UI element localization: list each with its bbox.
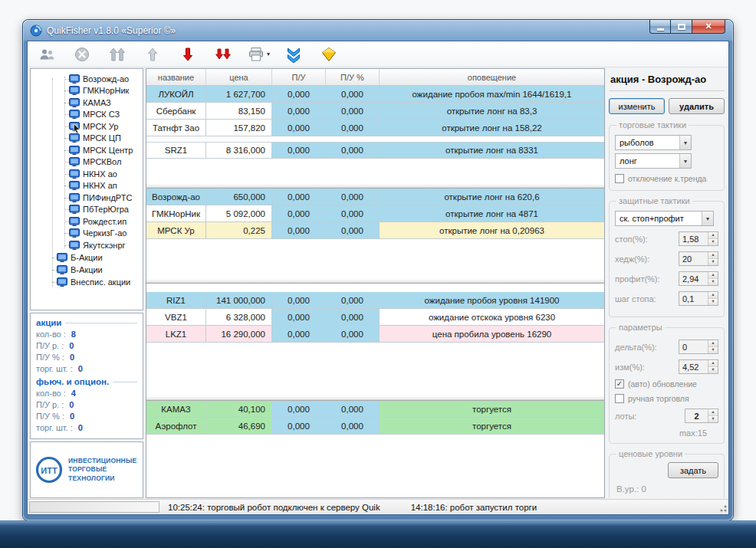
spinner-buttons[interactable]: ▲▼ [708, 340, 718, 353]
spin-up-icon[interactable]: ▲ [708, 360, 718, 366]
auto-update-checkbox[interactable]: ✓ (авто) обновление [615, 379, 718, 389]
chevron-down-icon[interactable]: ▾ [679, 154, 691, 168]
spin-up-icon[interactable]: ▲ [708, 232, 718, 238]
titlebar[interactable]: QuikFisher v1.8.0 «Superior ©» ✕ [23, 20, 733, 41]
tree-item[interactable]: Якутскэнрг [31, 239, 143, 251]
stocks-stats-rows: кол-во :8П/У р. :0П/У % :0торг. шт. :0 [36, 330, 137, 373]
chevron-down-icon[interactable]: ▾ [679, 136, 691, 149]
trend-disable-checkbox[interactable]: отключение к.тренда [615, 174, 718, 183]
logo-abbr: ИТТ [41, 466, 58, 475]
spinner-buttons[interactable]: ▲▼ [708, 409, 718, 422]
table-row[interactable]: Татнфт 3ао157,8200,0000,000открытие лонг… [146, 120, 604, 136]
tree-item[interactable]: Рождест.ип [31, 215, 143, 228]
double-down-arrow-button[interactable] [209, 44, 237, 65]
table-row[interactable]: МРСК Ур0,2250,0000,000открытие лонг на 0… [146, 222, 604, 239]
spin-down-icon[interactable]: ▼ [708, 366, 718, 373]
spinner-input[interactable]: 2▲▼ [685, 409, 718, 423]
company-logo: ИТТ ИНВЕСТИЦИОННЫЕ ТОРГОВЫЕ ТЕХНОЛОГИИ [30, 441, 143, 498]
table-row[interactable]: Аэрофлот46,6900,0000,000торгуется [146, 418, 604, 435]
cell-alert: ожидание пробоя уровня 141900 [380, 292, 604, 309]
tree-item[interactable]: МРСК Центр [31, 144, 143, 156]
tree-item[interactable]: НКНХ ап [31, 180, 143, 192]
tactic-combobox[interactable]: рыболов ▾ [615, 135, 692, 150]
spinner-buttons[interactable]: ▲▼ [708, 360, 718, 373]
chevron-down-icon[interactable]: ▾ [267, 51, 270, 57]
spinner-input[interactable]: 1,58▲▼ [679, 231, 718, 246]
spin-up-icon[interactable]: ▲ [708, 340, 718, 346]
spinner-buttons[interactable]: ▲▼ [708, 232, 718, 245]
manual-trade-checkbox[interactable]: ручная торговля [615, 394, 718, 403]
double-up-arrow-button[interactable] [104, 44, 131, 65]
spinner-input[interactable]: 4,52▲▼ [679, 359, 718, 374]
tree-item-label: Рождест.ип [83, 217, 127, 226]
spinner-buttons[interactable]: ▲▼ [708, 292, 718, 305]
spin-down-icon[interactable]: ▼ [708, 415, 718, 422]
column-header[interactable]: П/У [272, 69, 326, 85]
table-row[interactable]: Возрожд-ао650,0000,0000,000открытие лонг… [146, 189, 604, 205]
table-row[interactable]: ГМКНорНик5 092,0000,0000,000открытие лон… [146, 205, 604, 222]
spin-up-icon[interactable]: ▲ [708, 409, 718, 415]
column-header[interactable]: цена [206, 69, 272, 85]
tree-item[interactable]: НКНХ ао [31, 168, 143, 180]
taskbar[interactable] [0, 520, 756, 548]
table-row[interactable]: SRZ18 316,0000,0000,000открытие лонг на … [146, 142, 604, 159]
spinner-value: 20 [679, 252, 708, 265]
protective-mode-combobox[interactable]: ск. стоп+профит ▾ [615, 211, 714, 226]
tree-item[interactable]: МРСК Ур [31, 120, 143, 133]
tree-item[interactable]: Возрожд-ао [31, 73, 143, 85]
print-button[interactable]: ▾ [245, 44, 272, 65]
spinner-buttons[interactable]: ▲▼ [708, 272, 718, 285]
set-levels-button[interactable]: задать [668, 462, 718, 478]
tree-item[interactable]: ПбТерЮгра [31, 204, 143, 216]
column-header[interactable]: П/У % [326, 69, 380, 85]
tree-item[interactable]: ГМКНорНик [31, 85, 143, 97]
edit-button[interactable]: изменить [609, 98, 665, 114]
spin-down-icon[interactable]: ▼ [708, 258, 718, 265]
spinner-input[interactable]: 2,94▲▼ [679, 271, 718, 286]
table-row[interactable]: LKZ116 290,0000,0000,000цена пробила уро… [146, 326, 604, 343]
table-row[interactable]: КАМАЗ40,1000,0000,000торгуется [146, 401, 604, 418]
chevron-down-icon[interactable]: ▾ [702, 212, 713, 225]
spin-down-icon[interactable]: ▼ [708, 346, 718, 353]
tree-item[interactable]: МРСК ЦП [31, 133, 143, 145]
minimize-button[interactable] [649, 20, 671, 34]
tree-item[interactable]: МРСКВол [31, 156, 143, 169]
tree-item[interactable]: ПИФиндРТС [31, 192, 143, 204]
down-arrow-button[interactable] [174, 44, 202, 65]
tree-group[interactable]: В-Акции [31, 264, 143, 276]
cancel-button[interactable] [68, 44, 96, 65]
table-row[interactable]: VBZ16 328,0000,0000,000ожидание отскока … [146, 309, 604, 326]
spin-up-icon[interactable]: ▲ [708, 272, 718, 278]
table-row[interactable]: RIZ1141 000,0000,0000,000ожидание пробоя… [146, 292, 604, 309]
close-button[interactable]: ✕ [692, 20, 725, 34]
spinner-buttons[interactable]: ▲▼ [708, 252, 718, 265]
table-row[interactable]: ЛУКОЙЛ1 627,7000,0000,000ожидание пробоя… [146, 86, 604, 103]
tree-item[interactable]: ЧеркизГ-ао [31, 228, 143, 240]
tree-group[interactable]: Б-Акции [31, 251, 143, 264]
up-arrow-button[interactable] [139, 44, 166, 65]
maximize-button[interactable] [671, 20, 692, 34]
spinner-input[interactable]: 20▲▼ [679, 251, 718, 266]
download-button[interactable] [280, 44, 307, 65]
delete-button[interactable]: удалить [669, 98, 725, 114]
spin-down-icon[interactable]: ▼ [708, 238, 718, 245]
spin-down-icon[interactable]: ▼ [708, 278, 718, 285]
levels-fields: В.ур.: 0Н.ур.: 0 [615, 484, 718, 498]
direction-combobox[interactable]: лонг ▾ [615, 153, 692, 169]
tree-item[interactable]: МРСК СЗ [31, 109, 143, 121]
spinner-input[interactable]: 0,1▲▼ [679, 291, 718, 306]
column-header[interactable]: название [146, 69, 206, 85]
tree-item[interactable]: КАМАЗ [31, 97, 143, 109]
resize-grip[interactable] [717, 502, 728, 513]
table-row[interactable]: Сбербанк83,1500,0000,000открытие лонг на… [146, 103, 604, 120]
spin-down-icon[interactable]: ▼ [708, 298, 718, 305]
cell-pu: 0,000 [272, 222, 326, 239]
spinner-input[interactable]: 0▲▼ [679, 340, 718, 354]
spin-up-icon[interactable]: ▲ [708, 252, 718, 258]
statusbar: 10:25:24: торговый робот подключен к сер… [28, 499, 728, 514]
users-button[interactable] [33, 44, 61, 65]
tree-group[interactable]: Внеспис. акции [31, 276, 143, 288]
spin-up-icon[interactable]: ▲ [708, 292, 718, 298]
column-header[interactable]: оповещение [380, 69, 604, 85]
diamond-button[interactable] [315, 44, 343, 65]
